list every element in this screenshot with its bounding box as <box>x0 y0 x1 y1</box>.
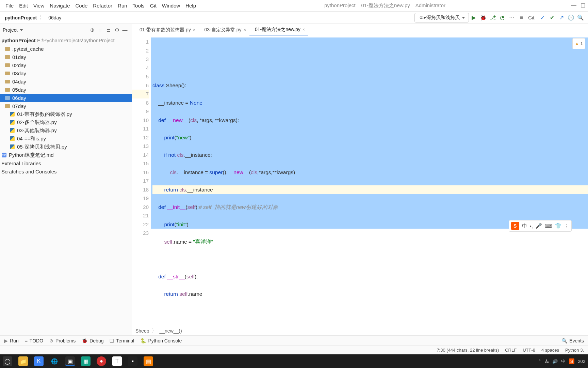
breadcrumb-root[interactable]: pythonProject <box>3 14 39 21</box>
tree-folder[interactable]: 02day <box>0 61 132 69</box>
menu-code[interactable]: Code <box>73 1 91 10</box>
more-run-button[interactable]: ⋯ <box>507 13 517 22</box>
sogou-tray-icon[interactable]: S <box>569 358 575 364</box>
sogou-icon[interactable]: S <box>511 222 519 230</box>
event-log-tab[interactable]: 🔍Events <box>561 338 584 343</box>
start-icon[interactable]: ◯ <box>3 356 12 366</box>
tree-folder[interactable]: 05day <box>0 86 132 94</box>
tree-file[interactable]: 04-==和is.py <box>0 135 132 143</box>
tree-file[interactable]: 05-深拷贝和浅拷贝.py <box>0 143 132 151</box>
tree-file[interactable]: 02-多个装饰器.py <box>0 118 132 126</box>
tray-chevron-icon[interactable]: ˄ <box>539 359 541 364</box>
ime-indicator[interactable]: 中 <box>561 358 566 364</box>
search-button[interactable]: 🔍 <box>576 13 585 22</box>
menu-window[interactable]: Window <box>159 1 183 10</box>
menu-file[interactable]: File <box>3 1 16 10</box>
settings-icon[interactable]: ⚙ <box>113 27 121 33</box>
chrome-icon[interactable]: 🌐 <box>50 356 59 366</box>
terminal-tab[interactable]: ❏Terminal <box>110 338 134 343</box>
system-tray[interactable]: ˄ 🖧 🔊 中 S 202 <box>539 358 585 364</box>
tree-folder[interactable]: .pytest_cache <box>0 45 132 53</box>
tree-folder[interactable]: 07day <box>0 102 132 110</box>
minimize-icon[interactable]: ― <box>571 2 576 9</box>
chevron-down-icon[interactable] <box>20 29 23 31</box>
record-icon[interactable]: ● <box>97 356 106 366</box>
app-icon[interactable]: ▤ <box>144 356 153 366</box>
volume-icon[interactable]: 🔊 <box>552 359 558 364</box>
code-editor[interactable]: ▲1 class Sheep(): __instance = None def … <box>151 36 588 326</box>
hide-icon[interactable]: ― <box>121 27 129 33</box>
python-console-tab[interactable]: 🐍Python Console <box>140 338 182 343</box>
locate-icon[interactable]: ⊕ <box>88 27 96 33</box>
debug-tab[interactable]: 🐞Debug <box>82 338 103 343</box>
menu-git[interactable]: Git <box>147 1 159 10</box>
project-label[interactable]: Project <box>3 27 18 33</box>
menu-help[interactable]: Help <box>183 1 199 10</box>
menu-run[interactable]: Run <box>115 1 130 10</box>
clock[interactable]: 202 <box>578 359 585 364</box>
close-icon[interactable]: × <box>193 27 196 32</box>
external-libraries[interactable]: External Libraries <box>0 159 132 167</box>
code-breadcrumb[interactable]: Sheep 〉 __new__() <box>132 326 588 335</box>
close-icon[interactable]: × <box>303 27 305 32</box>
terminal-icon[interactable]: ▪ <box>128 356 137 366</box>
tree-folder[interactable]: 04day <box>0 77 132 86</box>
editor-tab[interactable]: 01-带有参数的装饰器.py× <box>134 25 199 35</box>
project-tree[interactable]: pythonProject E:\PycharmProjects\pythonP… <box>0 36 132 335</box>
editor-tab-active[interactable]: 01-魔法方法之new.py× <box>249 25 308 35</box>
interpreter[interactable]: Python 3. <box>565 348 584 353</box>
git-history-button[interactable]: 🕓 <box>566 13 576 22</box>
run-tab[interactable]: ▶Run <box>4 338 19 343</box>
todo-tab[interactable]: ≡TODO <box>25 338 43 343</box>
text-icon[interactable]: T <box>112 356 122 366</box>
project-root-row[interactable]: pythonProject E:\PycharmProjects\pythonP… <box>0 36 132 45</box>
gutter[interactable]: 1234567891011121314151617181920212223 <box>132 36 151 326</box>
wps-icon[interactable]: ▦ <box>81 356 91 366</box>
profile-button[interactable]: ◔ <box>497 13 507 22</box>
tree-file[interactable]: 01-带有参数的装饰器.py <box>0 110 132 118</box>
tree-md-file[interactable]: MDPython课堂笔记.md <box>0 151 132 159</box>
git-commit-button[interactable]: ✔ <box>547 13 557 22</box>
indent[interactable]: 4 spaces <box>541 348 559 353</box>
run-button[interactable]: ▶ <box>469 13 478 22</box>
ime-menu-icon[interactable]: ⋮ <box>564 223 569 229</box>
editor-tab[interactable]: 03-自定义异常.py× <box>199 25 250 35</box>
collapse-all-icon[interactable]: ≣ <box>104 27 113 33</box>
menu-view[interactable]: View <box>31 1 47 10</box>
ime-lang[interactable]: 中 <box>522 223 527 229</box>
scratches[interactable]: Scratches and Consoles <box>0 167 132 175</box>
menu-navigate[interactable]: Navigate <box>47 1 72 10</box>
tree-folder[interactable]: 01day <box>0 53 132 61</box>
close-icon[interactable]: × <box>243 27 246 32</box>
line-sep[interactable]: CRLF <box>505 348 517 353</box>
expand-all-icon[interactable]: ≡ <box>96 27 104 33</box>
debug-button[interactable]: 🐞 <box>478 13 488 22</box>
encoding[interactable]: UTF-8 <box>523 348 535 353</box>
editor-tabs: 01-带有参数的装饰器.py× 03-自定义异常.py× 01-魔法方法之new… <box>132 24 588 36</box>
menu-tools[interactable]: Tools <box>130 1 147 10</box>
pycharm-icon[interactable]: ▣ <box>65 356 75 366</box>
file-explorer-icon[interactable]: 📁 <box>18 356 28 366</box>
menu-edit[interactable]: Edit <box>16 1 31 10</box>
ime-punct-icon[interactable]: •, <box>530 223 533 229</box>
git-update-button[interactable]: ✓ <box>538 13 547 22</box>
tree-folder[interactable]: 03day <box>0 69 132 77</box>
ime-keyboard-icon[interactable]: ⌨ <box>545 223 552 229</box>
warning-badge[interactable]: ▲1 <box>572 38 585 49</box>
tree-folder-selected[interactable]: 06day <box>0 94 132 102</box>
tree-file[interactable]: 03-其他装饰器.py <box>0 126 132 135</box>
breadcrumb-folder[interactable]: 06day <box>45 14 63 21</box>
coverage-button[interactable]: ⎇ <box>488 13 497 22</box>
ime-bar[interactable]: S 中 •, 🎤 ⌨ 👕 ⋮ <box>509 220 572 232</box>
run-config-select[interactable]: 05-深拷贝和浅拷贝 <box>414 13 469 22</box>
stop-button[interactable]: ■ <box>517 13 526 22</box>
git-push-button[interactable]: ↗ <box>557 13 566 22</box>
app-icon[interactable]: K <box>34 356 44 366</box>
menu-refactor[interactable]: Refactor <box>90 1 115 10</box>
maximize-icon[interactable]: ☐ <box>581 2 585 9</box>
network-icon[interactable]: 🖧 <box>544 359 549 364</box>
ime-voice-icon[interactable]: 🎤 <box>536 223 542 229</box>
caret-position[interactable]: 7:30 (444 chars, 22 line breaks) <box>437 348 499 353</box>
problems-tab[interactable]: ⊘Problems <box>49 338 76 343</box>
ime-skin-icon[interactable]: 👕 <box>555 223 561 229</box>
